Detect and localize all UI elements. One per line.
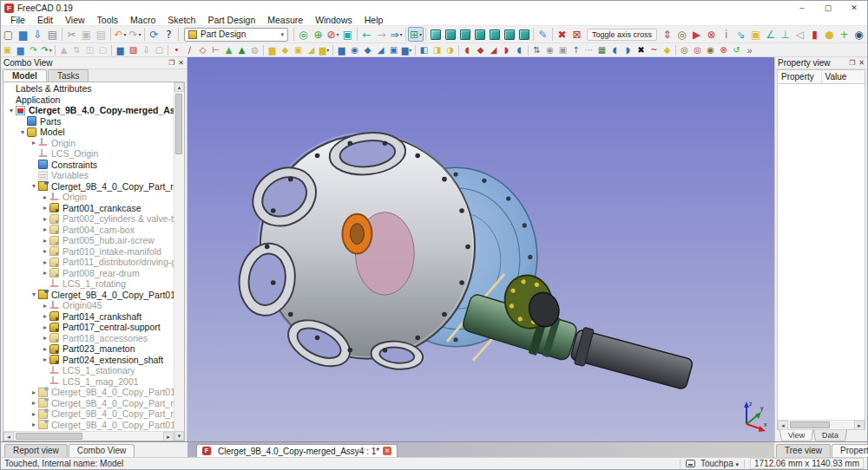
view-axonometric-icon[interactable] [428,27,443,42]
tree-item-origin045[interactable]: ▸Origin045 [3,300,174,311]
additive-loft-icon[interactable]: ◢ [305,44,318,56]
tree-item-clerget-9b-4-0-copy-part012-stationary-[interactable]: ▾Clerget_9B_4_0_Copy_Part012_stationary_… [3,290,174,301]
tree-item-parts[interactable]: Parts [3,116,174,127]
measure-clear-icon[interactable]: ⊗ [717,44,730,56]
toolbar-overflow-button[interactable]: » [743,44,756,56]
create-surface-icon[interactable]: ▲ [235,44,248,56]
view-top-icon[interactable] [457,27,472,42]
boolean-icon[interactable]: ◉ [543,44,556,56]
fly-mode-icon[interactable]: ⇒▾ [389,27,404,42]
value-column-header[interactable]: Value [822,70,865,83]
open-file-icon[interactable]: ▆ [16,27,30,42]
menu-edit[interactable]: Edit [31,15,59,26]
tree-item-clerget-9b-4-0-copy-merged-assy4[interactable]: ▾Clerget_9B_4.0_Copy-merged_Assy4 [3,105,174,116]
migrate-icon[interactable]: ⇅ [530,44,543,56]
new-file-icon[interactable]: ▢ [1,27,16,42]
create-sketch-icon[interactable]: ▨ [127,44,140,56]
float-panel-icon[interactable]: ❐ [849,59,855,67]
additive-box-icon[interactable]: ▣ [292,44,305,56]
print-icon[interactable]: ▤ [45,27,60,42]
measure-pair-icon[interactable]: ◉ [704,44,717,56]
tree-item-lcs-1-stationary[interactable]: LCS_1_stationary [3,365,174,376]
expand-icon[interactable]: ▸ [41,269,49,277]
revolution-icon[interactable]: ◆ [279,44,292,56]
close-panel-icon[interactable]: ✕ [178,59,184,67]
tree-item-part017-central-support[interactable]: ▸Part017_central-support [3,322,174,333]
subtractive-primitive-icon[interactable]: ▆▾ [400,44,413,56]
expand-icon[interactable]: ▸ [41,247,49,255]
stop-operation-icon[interactable]: ⊠ [569,27,584,42]
subtractive-pipe-icon[interactable]: ▣ [387,44,400,56]
upgrade-icon[interactable]: ↑ [569,44,582,56]
property-mode-tab-view[interactable]: View [779,430,814,441]
create-body-icon[interactable]: ▆ [114,44,127,56]
expand-icon[interactable]: ▸ [41,323,49,331]
tree-item-origin[interactable]: ▸Origin [3,192,174,203]
redo-icon[interactable]: ↷▾ [128,27,142,42]
tree-item-model[interactable]: ▾Model [3,127,174,138]
measure-linear-icon[interactable]: ⇕ [660,27,674,42]
polar-pattern-icon[interactable]: ◑ [444,44,457,56]
navigation-style-selector[interactable]: Touchpa ▾ [700,459,739,468]
tree-item-clerget-9b-4-0-copy-part-magneto-2[interactable]: ▸Clerget_9B_4_0_Copy_Part_magneto_2 [3,408,174,420]
clear-measurement-icon[interactable]: ⊗ [704,27,719,42]
view-bottom-icon[interactable] [502,27,516,42]
property-mode-tab-data[interactable]: Data [813,430,847,441]
save-icon[interactable]: ⇩ [30,27,45,42]
minimize-button[interactable]: – [789,1,815,15]
expand-icon[interactable]: ▸ [41,193,49,201]
expand-icon[interactable]: ▸ [41,215,49,223]
collapse-icon[interactable]: ▾ [18,128,27,136]
view-front-icon[interactable] [443,27,457,42]
edit-sketch-icon[interactable]: ▢ [153,44,166,56]
pocket-icon[interactable]: ▆ [335,44,348,56]
tree-item-part024-extension-shaft[interactable]: ▸Part024_extension_shaft [3,355,174,366]
scroll-down-icon[interactable]: ▼ [174,431,184,441]
collapse-icon[interactable]: ▾ [30,290,38,298]
expand-icon[interactable]: ▸ [41,312,49,320]
sketch-datum-icon[interactable]: ⊢ [209,44,222,56]
toggle-active-body-icon[interactable]: ▲ [57,44,70,56]
measure-perpendicular-icon[interactable]: ⊥ [778,27,792,42]
curve-right-icon[interactable]: ◗ [621,44,635,56]
whats-this-icon[interactable]: ? [161,27,176,42]
workbench-selector[interactable]: Part Design▾ [184,28,288,42]
shape-binder-icon[interactable]: ◆ [661,44,674,56]
sketch-shape-icon[interactable]: ◇ [196,44,209,56]
refresh-icon[interactable]: ⟳ [147,27,161,42]
fit-all-icon[interactable]: ◎ [296,27,311,42]
fillet-icon[interactable]: ◖ [461,44,474,56]
package-measure-icon[interactable]: ▣ [748,27,763,42]
spreadsheet-icon[interactable]: ▦ [595,44,608,56]
make-link-icon[interactable]: ↷ [27,44,40,56]
tree-item-lcs-origin[interactable]: LCS_Origin [3,148,174,160]
measure-sphere-icon[interactable]: ● [822,27,837,42]
tree-item-part010-intake-manifold[interactable]: ▸Part010_intake-manifold [3,246,174,258]
expand-icon[interactable]: ▸ [41,204,49,212]
paste-icon[interactable]: ▤ [94,27,108,42]
scroll-right-icon[interactable]: ► [854,421,865,430]
measure-info-icon[interactable]: i [719,27,733,42]
preview-icon[interactable]: ◫ [83,44,96,56]
spline-icon[interactable]: ~ [648,44,661,56]
scroll-left-icon[interactable]: ◄ [778,421,788,430]
chamfer-icon[interactable]: ◆ [474,44,487,56]
primitive-cube-icon[interactable]: ▣ [556,44,569,56]
expand-icon[interactable]: ▸ [41,258,49,266]
menu-part-design[interactable]: Part Design [201,15,261,26]
sync-placement-icon[interactable]: ⇅ [70,44,83,56]
mirrored-icon[interactable]: ◧ [418,44,431,56]
collapse-icon[interactable]: ▾ [7,107,16,114]
pad-icon[interactable]: ▆ [266,44,279,56]
tree-item-part023-maneton[interactable]: ▸Part023_maneton [3,343,174,355]
zoom-region-icon[interactable]: ⊞▾ [408,27,424,42]
calculator-icon[interactable]: ▦ [866,27,867,42]
expand-icon[interactable]: ▸ [41,225,49,233]
create-face-icon[interactable]: ▲ [222,44,235,56]
toggle-axis-cross-button[interactable]: Toggle axis cross [587,29,657,41]
measure-direction-icon[interactable]: ◁ [792,27,807,42]
dock-tab-property-view[interactable]: Property view [832,444,868,457]
sketch-point-icon[interactable]: • [170,44,183,56]
tree-item-clerget-9b-4-0-copy-part-rotating[interactable]: ▾Clerget_9B_4_0_Copy_Part_rotating [3,181,174,193]
additive-primitive-icon[interactable]: ▆▾ [318,44,331,56]
